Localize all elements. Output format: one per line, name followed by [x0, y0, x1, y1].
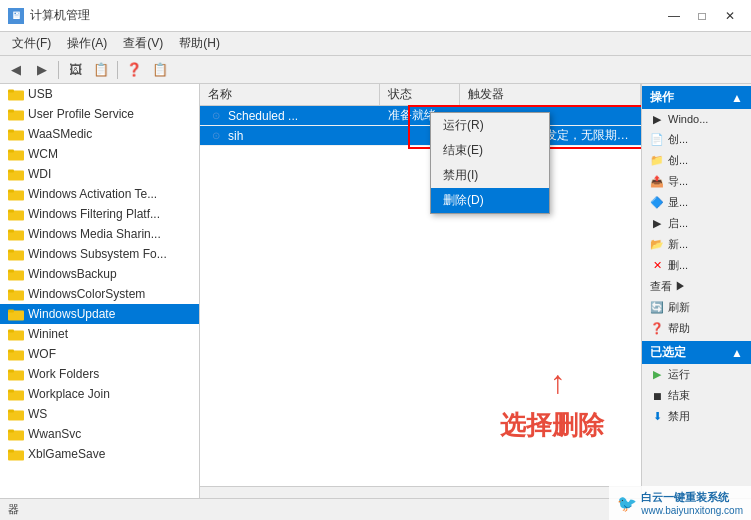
- menu-view[interactable]: 查看(V): [115, 33, 171, 54]
- action-item-export[interactable]: 📤 导...: [642, 171, 751, 192]
- action-item-help[interactable]: ❓ 帮助: [642, 318, 751, 339]
- new-icon: 📂: [650, 238, 664, 252]
- svg-rect-15: [8, 230, 14, 233]
- tree-item-wcm[interactable]: WCM: [0, 144, 199, 164]
- tree-item-waasmedic[interactable]: WaaSMedic: [0, 124, 199, 144]
- table-row[interactable]: ⊙ sih 的 8:00 时 - 触发定，无限期地每隔 2...: [200, 126, 641, 146]
- tree-view[interactable]: USB User Profile Service WaaSMedic WCM W…: [0, 84, 199, 498]
- close-button[interactable]: ✕: [717, 5, 743, 27]
- toolbar-separator-2: [117, 61, 118, 79]
- tree-item-wdi[interactable]: WDI: [0, 164, 199, 184]
- svg-rect-11: [8, 190, 14, 193]
- table-body: ⊙ Scheduled ... 准备就绪 - 已定义多个触发器 ⊙ sih 的 …: [200, 106, 641, 486]
- folder-icon-12: [8, 306, 24, 322]
- menu-help[interactable]: 帮助(H): [171, 33, 228, 54]
- run-icon: ▶: [650, 368, 664, 382]
- col-header-status[interactable]: 状态: [380, 84, 460, 105]
- tree-item-workfolders[interactable]: Work Folders: [0, 364, 199, 384]
- svg-rect-31: [8, 390, 14, 393]
- ctx-delete[interactable]: 删除(D): [431, 188, 549, 213]
- tree-item-winupdate[interactable]: WindowsUpdate: [0, 304, 199, 324]
- action-item-view[interactable]: 查看 ▶: [642, 276, 751, 297]
- toolbar-separator: [58, 61, 59, 79]
- tree-item-winbackup[interactable]: WindowsBackup: [0, 264, 199, 284]
- svg-rect-13: [8, 210, 14, 213]
- action-end[interactable]: ⏹ 结束: [642, 385, 751, 406]
- cell-name-0: ⊙ Scheduled ...: [200, 106, 380, 126]
- table-header: 名称 状态 触发器: [200, 84, 641, 106]
- tree-item-userprofile[interactable]: User Profile Service: [0, 104, 199, 124]
- tree-item-wof[interactable]: WOF: [0, 344, 199, 364]
- folder-icon-16: [8, 386, 24, 402]
- end-icon: ⏹: [650, 389, 664, 403]
- actions-title: 操作 ▲: [642, 86, 751, 109]
- forward-button[interactable]: ▶: [30, 59, 54, 81]
- folder-icon-7: [8, 206, 24, 222]
- svg-rect-17: [8, 250, 14, 253]
- svg-rect-27: [8, 350, 14, 353]
- toolbar-btn-3[interactable]: ❓: [122, 59, 146, 81]
- col-header-trigger[interactable]: 触发器: [460, 84, 641, 105]
- svg-rect-29: [8, 370, 14, 373]
- folder-icon-11: [8, 286, 24, 302]
- folder-icon-9: [8, 246, 24, 262]
- tree-item-winactivation[interactable]: Windows Activation Te...: [0, 184, 199, 204]
- export-icon: 📤: [650, 175, 664, 189]
- action-item-new[interactable]: 📂 新...: [642, 234, 751, 255]
- svg-rect-25: [8, 330, 14, 333]
- action-run[interactable]: ▶ 运行: [642, 364, 751, 385]
- svg-rect-23: [8, 310, 14, 313]
- svg-rect-7: [8, 150, 14, 153]
- action-item-create1[interactable]: 📄 创...: [642, 129, 751, 150]
- menu-action[interactable]: 操作(A): [59, 33, 115, 54]
- action-item-delete[interactable]: ✕ 删...: [642, 255, 751, 276]
- svg-rect-33: [8, 410, 14, 413]
- ctx-end[interactable]: 结束(E): [431, 138, 549, 163]
- svg-rect-9: [8, 170, 14, 173]
- tree-item-xblgamesave[interactable]: XblGameSave: [0, 444, 199, 464]
- ctx-run[interactable]: 运行(R): [431, 113, 549, 138]
- folder-icon-4: [8, 146, 24, 162]
- back-button[interactable]: ◀: [4, 59, 28, 81]
- toolbar-btn-4[interactable]: 📋: [148, 59, 172, 81]
- tree-item-winfiltering[interactable]: Windows Filtering Platf...: [0, 204, 199, 224]
- col-header-name[interactable]: 名称: [200, 84, 380, 105]
- doc-icon: 📄: [650, 133, 664, 147]
- action-disable[interactable]: ⬇ 禁用: [642, 406, 751, 427]
- action-item-display[interactable]: 🔷 显...: [642, 192, 751, 213]
- horizontal-scrollbar[interactable]: [200, 486, 641, 498]
- maximize-button[interactable]: □: [689, 5, 715, 27]
- window-title: 计算机管理: [30, 7, 90, 24]
- play-icon: ▶: [650, 112, 664, 126]
- tree-item-wwansvc[interactable]: WwanSvc: [0, 424, 199, 444]
- minimize-button[interactable]: —: [661, 5, 687, 27]
- action-item-windo[interactable]: ▶ Windo...: [642, 109, 751, 129]
- refresh-icon: 🔄: [650, 301, 664, 315]
- tree-item-wininet[interactable]: Wininet: [0, 324, 199, 344]
- folder-icon-10: [8, 266, 24, 282]
- watermark-bird-icon: 🐦: [617, 494, 637, 513]
- action-item-create2[interactable]: 📁 创...: [642, 150, 751, 171]
- tree-item-workplacejoin[interactable]: Workplace Join: [0, 384, 199, 404]
- folder-icon-2: [8, 106, 24, 122]
- row-indicator-1: ⊙: [208, 128, 224, 144]
- tree-item-winsubsystem[interactable]: Windows Subsystem Fo...: [0, 244, 199, 264]
- tree-item-winmedia[interactable]: Windows Media Sharin...: [0, 224, 199, 244]
- action-item-start[interactable]: ▶ 启...: [642, 213, 751, 234]
- watermark-site: 白云一键重装系统: [641, 490, 743, 505]
- menu-file[interactable]: 文件(F): [4, 33, 59, 54]
- folder-icon-17: [8, 406, 24, 422]
- ctx-disable[interactable]: 禁用(I): [431, 163, 549, 188]
- folder-icon-13: [8, 326, 24, 342]
- table-row[interactable]: ⊙ Scheduled ... 准备就绪 - 已定义多个触发器: [200, 106, 641, 126]
- svg-rect-5: [8, 130, 14, 133]
- tree-item-usb[interactable]: USB: [0, 84, 199, 104]
- folder-icon: [8, 86, 24, 102]
- tree-item-ws[interactable]: WS: [0, 404, 199, 424]
- toolbar-btn-1[interactable]: 🖼: [63, 59, 87, 81]
- toolbar-btn-2[interactable]: 📋: [89, 59, 113, 81]
- svg-rect-3: [8, 110, 14, 113]
- action-item-refresh[interactable]: 🔄 刷新: [642, 297, 751, 318]
- tree-item-wincolor[interactable]: WindowsColorSystem: [0, 284, 199, 304]
- start-icon: ▶: [650, 217, 664, 231]
